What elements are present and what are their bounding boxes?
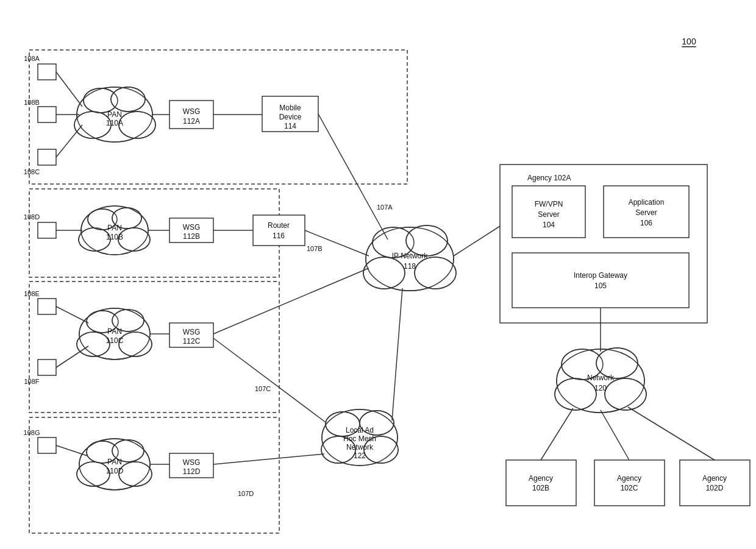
- pan-110d-label2: 110D: [106, 467, 124, 475]
- agency-102c-label1: Agency: [617, 474, 641, 483]
- mobile-device-label3: 114: [284, 122, 296, 130]
- svg-line-50: [56, 445, 87, 456]
- svg-line-38: [56, 346, 88, 367]
- sensor-108f: [38, 360, 56, 375]
- interop-label1: Interop Gateway: [574, 271, 627, 280]
- ref-100: 100: [682, 37, 696, 46]
- svg-line-92: [628, 407, 715, 460]
- sensor-108b: [38, 107, 56, 122]
- wsg-112b-label: WSG: [183, 223, 201, 232]
- interop-label2: 105: [594, 282, 607, 290]
- app-server-label2: Server: [635, 208, 657, 217]
- wsg-112c-label2: 112C: [183, 337, 201, 345]
- svg-line-11: [56, 125, 82, 157]
- pan-110a-label2: 110A: [106, 119, 123, 127]
- svg-line-75: [213, 338, 326, 422]
- pan-110c-label2: 110C: [106, 336, 124, 345]
- diagram-container: 100 108A 108B 108C PAN 110A WSG 112A Mob…: [0, 0, 756, 549]
- agency-102d-label2: 102D: [706, 484, 724, 492]
- svg-line-76: [213, 454, 324, 464]
- wsg-112a-label2: 112A: [183, 117, 200, 126]
- svg-line-74: [213, 268, 369, 334]
- wsg-112d-label2: 112D: [183, 467, 201, 476]
- pan-110d-label: PAN: [107, 458, 122, 466]
- network-120-label1: Network: [587, 374, 615, 382]
- app-server-label3: 106: [640, 219, 652, 227]
- ip-network-label2: 118: [404, 262, 416, 271]
- svg-line-91: [601, 410, 629, 460]
- ip-network-label: IP Network: [392, 252, 428, 260]
- local-adhoc-label2: Hoc Mesh: [343, 434, 376, 443]
- wsg-112d-label: WSG: [183, 458, 201, 467]
- label-107a: 107A: [377, 204, 393, 211]
- sensor-108e: [38, 299, 56, 314]
- agency-102c-label2: 102C: [621, 484, 638, 492]
- label-107c: 107C: [255, 385, 271, 392]
- network-120-label2: 120: [594, 384, 607, 392]
- mobile-device-label: Mobile: [279, 104, 301, 112]
- app-server-label1: Application: [629, 198, 665, 207]
- local-adhoc-label1: Local Ad: [346, 426, 374, 434]
- svg-line-77: [392, 288, 402, 420]
- svg-line-9: [56, 72, 82, 107]
- svg-line-72: [318, 114, 388, 239]
- sensor-108c: [38, 149, 56, 165]
- agency-102d: [680, 460, 750, 506]
- router-116-label2: 116: [273, 232, 285, 240]
- router-116-label: Router: [268, 221, 290, 230]
- pan-110b-label: PAN: [107, 224, 122, 232]
- fwvpn-label2: Server: [538, 210, 559, 219]
- pan-110b-label2: 110B: [106, 233, 123, 241]
- group4-box: [29, 417, 279, 533]
- agency-102b: [506, 460, 576, 506]
- group2-box: [29, 189, 279, 277]
- wsg-112b-label2: 112B: [183, 232, 200, 241]
- label-107b: 107B: [307, 245, 323, 252]
- pan-110a-label: PAN: [107, 110, 122, 119]
- group3-box: [29, 282, 279, 413]
- interop-gateway-105: [512, 253, 689, 308]
- label-108b: 108B: [24, 99, 40, 106]
- agency-102b-label1: Agency: [529, 474, 553, 483]
- sensor-108g: [38, 437, 56, 453]
- wsg-112c-label: WSG: [183, 328, 201, 336]
- label-107d: 107D: [238, 490, 254, 497]
- svg-line-37: [56, 306, 88, 323]
- agency-102b-label2: 102B: [532, 484, 549, 492]
- mobile-device-label2: Device: [279, 113, 302, 121]
- sensor-108d: [38, 222, 56, 238]
- fwvpn-label3: 104: [543, 221, 555, 229]
- label-108c: 108C: [24, 168, 40, 175]
- wsg-112a-label: WSG: [183, 107, 201, 116]
- label-108d: 108D: [24, 213, 40, 221]
- label-108g: 108G: [24, 429, 40, 436]
- pan-110c-label: PAN: [107, 327, 122, 336]
- label-108a: 108A: [24, 55, 40, 62]
- local-adhoc-label4: 122: [354, 452, 366, 460]
- router-116: [253, 215, 305, 246]
- agency-102c: [594, 460, 665, 506]
- fwvpn-label1: FW/VPN: [535, 200, 563, 208]
- sensor-108a: [38, 64, 56, 80]
- label-108e: 108E: [24, 290, 40, 297]
- svg-line-90: [541, 408, 573, 460]
- label-108f: 108F: [24, 378, 39, 385]
- svg-line-78: [454, 224, 503, 256]
- local-adhoc-label3: Network: [346, 443, 374, 452]
- agency-102d-label1: Agency: [702, 474, 727, 483]
- agency-102a-label: Agency 102A: [527, 174, 571, 182]
